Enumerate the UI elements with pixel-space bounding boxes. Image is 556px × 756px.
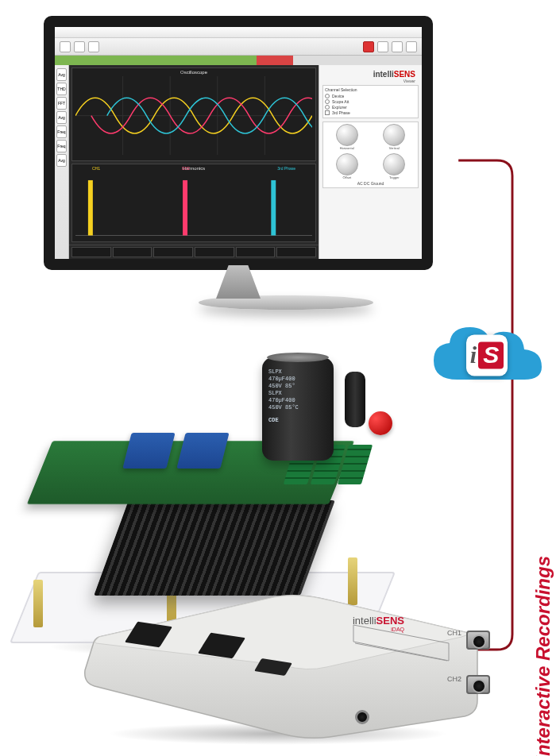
status-cell — [236, 247, 276, 257]
toolbar-button[interactable] — [60, 41, 71, 52]
cloud-badge: iS — [466, 334, 508, 376]
daq-ch1-label: CH1 — [447, 629, 461, 637]
horizontal-knob[interactable] — [336, 124, 358, 146]
brand-suffix: SENS — [394, 70, 415, 79]
checkbox-option[interactable]: 3rd Phase — [325, 110, 416, 115]
bnc-connector-ch2 — [466, 675, 490, 694]
trigger-knob[interactable] — [383, 153, 405, 176]
section-title: Channel Selection — [325, 87, 416, 92]
svg-rect-6 — [88, 180, 93, 236]
toolbar-button[interactable] — [88, 41, 99, 52]
status-cell — [71, 247, 111, 257]
status-cell — [195, 247, 234, 257]
status-cell — [276, 247, 316, 257]
small-capacitor — [345, 372, 365, 427]
daq-brand-suffix: SENS — [376, 615, 404, 627]
monitor-screen: Avg THD FFT Avg Freq Freq Avg Oscillosco… — [44, 16, 433, 270]
blue-capacitor-block — [122, 433, 175, 469]
rail-button[interactable]: Freq — [56, 125, 67, 138]
rail-button[interactable]: THD — [56, 83, 67, 95]
app-menubar — [55, 27, 422, 38]
rail-button[interactable]: Freq — [56, 140, 67, 152]
checkbox-icon — [325, 110, 330, 115]
monitor-stand — [199, 265, 278, 321]
cap-line: 450V 85° — [268, 383, 327, 390]
controls-panel: intelliSENS Viewer Channel Selection Dev… — [319, 65, 422, 259]
cap-line: 450V 85°C — [268, 404, 327, 411]
badge-s: S — [478, 341, 504, 368]
rail-button[interactable]: Avg — [56, 154, 67, 167]
vertical-knob[interactable] — [383, 124, 405, 146]
cap-brand: CDE — [268, 417, 327, 424]
record-button[interactable] — [363, 41, 374, 52]
radio-option[interactable]: Device — [325, 94, 416, 98]
emergency-stop-button — [369, 411, 392, 435]
viewer-app-window: Avg THD FFT Avg Freq Freq Avg Oscillosco… — [55, 27, 422, 259]
rail-button[interactable]: Avg — [56, 68, 67, 81]
brass-standoff — [33, 580, 43, 627]
status-cell — [113, 247, 153, 257]
interactive-recordings-label: Interactive Recordings — [532, 556, 554, 756]
offset-knob[interactable] — [336, 153, 358, 176]
blue-capacitor-block — [176, 433, 229, 469]
app-toolbar — [55, 38, 422, 56]
knobs-section: Horizontal Vertical Offset Trigger AC DC… — [322, 122, 419, 188]
left-tool-rail: Avg THD FFT Avg Freq Freq Avg — [55, 65, 69, 259]
radio-option[interactable]: Scope Att — [325, 99, 416, 104]
brand-subtitle: Viewer — [326, 79, 415, 83]
daq-ch2-label: CH2 — [447, 675, 461, 683]
connector-bracket — [456, 159, 519, 651]
daq-sublabel: iDAQ — [353, 627, 404, 632]
cloud-icon: iS — [427, 318, 546, 397]
progress-ribbon — [55, 56, 422, 65]
toolbar-button[interactable] — [74, 41, 85, 52]
svg-rect-7 — [183, 180, 187, 236]
rail-button[interactable]: Avg — [56, 111, 67, 124]
dc-power-jack — [355, 710, 369, 724]
status-cell — [153, 247, 193, 257]
badge-i: i — [470, 341, 477, 368]
cap-line: 470µF400 — [268, 397, 327, 404]
cap-line: 470µF400 — [268, 376, 327, 383]
daq-device: intelliSENS iDAQ CH1 CH2 — [75, 581, 481, 740]
desktop-monitor: Avg THD FFT Avg Freq Freq Avg Oscillosco… — [44, 16, 433, 321]
ch2-label: CH2 — [182, 166, 190, 171]
brand-prefix: intelli — [373, 70, 394, 79]
channel-selection-section: Channel Selection Device Scope Att Explo… — [322, 85, 419, 118]
app-main-area: Avg THD FFT Avg Freq Freq Avg Oscillosco… — [55, 65, 422, 259]
toolbar-button[interactable] — [406, 41, 417, 52]
svg-rect-8 — [271, 180, 276, 236]
radio-icon — [325, 94, 330, 98]
bnc-connector-ch1 — [466, 631, 490, 650]
radio-option[interactable]: Explorer — [325, 105, 416, 110]
harmonics-panel: Harmonics CH1 CH2 3rd Phase — [71, 164, 316, 242]
daq-brand-prefix: intelli — [353, 615, 376, 627]
coupling-row: AC DC Ground — [325, 181, 416, 186]
radio-icon — [325, 99, 330, 104]
brand-logo: intelliSENS Viewer — [322, 68, 419, 85]
charts-column: Oscilloscope H — [69, 65, 319, 259]
daq-brand-label: intelliSENS iDAQ — [353, 615, 404, 632]
harmonics-plot — [75, 174, 312, 237]
electrolytic-capacitor: SLPX 470µF400 450V 85° SLPX 470µF400 450… — [262, 357, 334, 461]
waveform-plot — [75, 76, 312, 155]
cap-line: SLPX — [268, 368, 327, 376]
toolbar-button[interactable] — [392, 41, 403, 52]
radio-icon — [325, 105, 330, 110]
toolbar-button[interactable] — [377, 41, 388, 52]
oscilloscope-panel: Oscilloscope — [71, 68, 316, 161]
status-strip — [69, 245, 319, 259]
ch3-label: 3rd Phase — [277, 166, 295, 171]
rail-button[interactable]: FFT — [56, 97, 67, 110]
oscilloscope-title: Oscilloscope — [180, 70, 207, 75]
ch1-label: CH1 — [92, 166, 100, 171]
cap-line: SLPX — [268, 390, 327, 397]
